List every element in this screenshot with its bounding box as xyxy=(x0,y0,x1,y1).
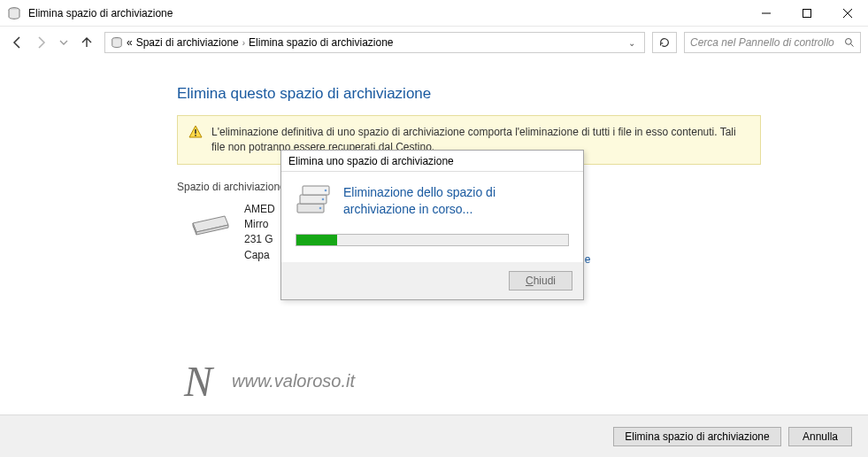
warning-icon xyxy=(188,125,203,139)
watermark-signature: N xyxy=(184,357,212,406)
progress-dialog: Elimina uno spazio di archiviazione Elim… xyxy=(280,150,584,300)
svg-line-7 xyxy=(851,44,854,47)
location-icon xyxy=(111,36,123,49)
dialog-close-rest: hiudi xyxy=(534,275,556,287)
bottom-bar: Elimina spazio di archiviazione Annulla xyxy=(0,414,868,457)
forward-button[interactable] xyxy=(30,32,51,53)
watermark: N www.valoroso.it xyxy=(184,357,355,406)
svg-point-15 xyxy=(325,190,327,192)
svg-point-13 xyxy=(322,198,325,201)
up-button[interactable] xyxy=(76,32,97,53)
progress-bar xyxy=(296,234,569,246)
back-button[interactable] xyxy=(7,32,28,53)
dialog-body: Eliminazione dello spazio di archiviazio… xyxy=(281,172,583,234)
dialog-message: Eliminazione dello spazio di archiviazio… xyxy=(343,184,569,218)
page-heading: Elimina questo spazio di archiviazione xyxy=(177,85,868,103)
svg-point-11 xyxy=(319,207,322,210)
window-titlebar: Elimina spazio di archiviazione xyxy=(0,0,868,27)
window-title: Elimina spazio di archiviazione xyxy=(28,7,746,19)
chevron-right-icon: › xyxy=(242,38,245,48)
svg-rect-2 xyxy=(803,9,811,17)
breadcrumb-item-2[interactable]: Elimina spazio di archiviazione xyxy=(249,36,393,49)
navigation-bar: « Spazi di archiviazione › Elimina spazi… xyxy=(0,27,868,58)
watermark-url: www.valoroso.it xyxy=(232,371,355,391)
app-icon xyxy=(7,6,21,20)
close-button[interactable] xyxy=(827,0,868,27)
svg-point-6 xyxy=(846,39,852,45)
storage-name: AMED xyxy=(244,202,275,217)
drive-icon xyxy=(189,205,232,236)
progress-fill xyxy=(296,235,337,245)
storage-info: AMED Mirro 231 G Capa xyxy=(244,202,275,264)
svg-rect-8 xyxy=(195,129,196,134)
storage-capacity: Capa xyxy=(244,248,275,263)
recent-dropdown-button[interactable] xyxy=(53,32,74,53)
dialog-title: Elimina uno spazio di archiviazione xyxy=(281,151,583,172)
delete-storage-button[interactable]: Elimina spazio di archiviazione xyxy=(613,427,781,446)
maximize-button[interactable] xyxy=(787,0,827,27)
search-placeholder: Cerca nel Pannello di controllo xyxy=(690,36,834,49)
search-icon xyxy=(844,37,855,48)
progress-bar-wrap xyxy=(281,234,583,262)
breadcrumb-prefix: « xyxy=(127,36,133,49)
dialog-footer: Chiudi xyxy=(281,262,583,299)
dialog-close-button[interactable]: Chiudi xyxy=(509,271,572,290)
storage-size: 231 G xyxy=(244,232,275,247)
minimize-button[interactable] xyxy=(746,0,787,27)
storage-type: Mirro xyxy=(244,217,275,232)
svg-rect-9 xyxy=(195,135,196,136)
dialog-close-underline: C xyxy=(526,275,534,287)
search-input[interactable]: Cerca nel Pannello di controllo xyxy=(684,32,861,53)
breadcrumb-item-1[interactable]: Spazi di archiviazione xyxy=(136,36,239,49)
cancel-button[interactable]: Annulla xyxy=(788,427,852,446)
refresh-button[interactable] xyxy=(652,32,677,53)
storage-stack-icon xyxy=(296,184,331,216)
breadcrumb-bar[interactable]: « Spazi di archiviazione › Elimina spazi… xyxy=(104,32,645,53)
breadcrumb-dropdown-icon[interactable]: ⌄ xyxy=(625,38,639,48)
